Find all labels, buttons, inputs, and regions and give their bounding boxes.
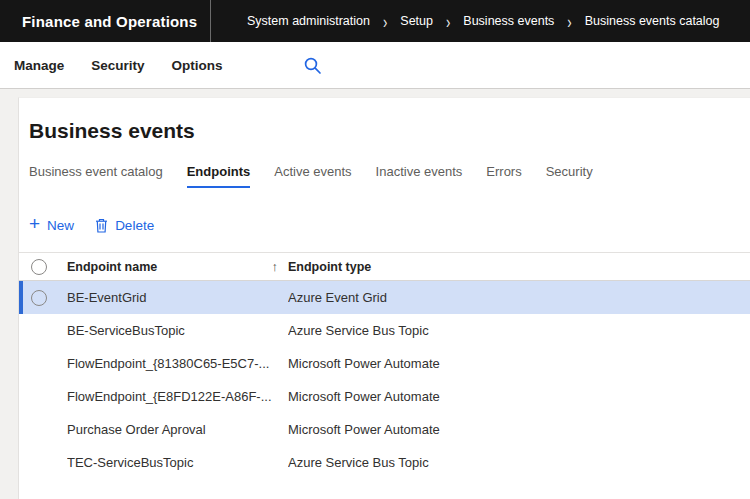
tab-inactive-events[interactable]: Inactive events: [376, 164, 463, 188]
menu-options[interactable]: Options: [170, 54, 225, 77]
cell-endpoint-type: Azure Service Bus Topic: [288, 323, 750, 338]
column-header-endpoint-name[interactable]: Endpoint name: [67, 260, 157, 274]
cell-endpoint-name: FlowEndpoint_{E8FD122E-A86F-...: [67, 389, 288, 404]
top-app-bar: Finance and Operations System administra…: [0, 0, 750, 42]
search-icon[interactable]: [303, 56, 322, 75]
cell-endpoint-name: BE-ServiceBusTopic: [67, 323, 288, 338]
app-title[interactable]: Finance and Operations: [0, 0, 211, 42]
delete-button-label: Delete: [115, 218, 154, 233]
new-button-label: New: [47, 218, 74, 233]
chevron-right-icon: ›: [567, 11, 571, 31]
table-row[interactable]: BE-EventGrid Azure Event Grid: [19, 281, 750, 314]
cell-endpoint-type: Microsoft Power Automate: [288, 356, 750, 371]
cell-endpoint-name: Purchase Order Aproval: [67, 422, 288, 437]
table-row[interactable]: FlowEndpoint_{E8FD122E-A86F-... Microsof…: [19, 380, 750, 413]
cell-endpoint-type: Azure Event Grid: [288, 290, 750, 305]
endpoints-grid: Endpoint name ↑ Endpoint type BE-EventGr…: [19, 252, 750, 479]
delete-button[interactable]: Delete: [95, 218, 154, 233]
action-menu-bar: Manage Security Options: [0, 42, 750, 89]
menu-manage[interactable]: Manage: [12, 54, 66, 77]
grid-header-row: Endpoint name ↑ Endpoint type: [19, 252, 750, 281]
page-title: Business events: [29, 119, 750, 143]
menu-security[interactable]: Security: [89, 54, 146, 77]
new-button[interactable]: + New: [29, 218, 74, 233]
chevron-right-icon: ›: [446, 11, 450, 31]
tab-errors[interactable]: Errors: [486, 164, 521, 188]
breadcrumb: System administration › Setup › Business…: [247, 0, 720, 42]
breadcrumb-item-setup[interactable]: Setup: [400, 14, 433, 28]
column-header-endpoint-type[interactable]: Endpoint type: [288, 260, 371, 274]
grid-body: BE-EventGrid Azure Event Grid BE-Service…: [19, 281, 750, 479]
table-row[interactable]: TEC-ServiceBusTopic Azure Service Bus To…: [19, 446, 750, 479]
tab-business-event-catalog[interactable]: Business event catalog: [29, 164, 163, 188]
tab-strip: Business event catalog Endpoints Active …: [29, 164, 750, 188]
row-checkbox[interactable]: [31, 290, 47, 306]
cell-endpoint-name: TEC-ServiceBusTopic: [67, 455, 288, 470]
table-row[interactable]: BE-ServiceBusTopic Azure Service Bus Top…: [19, 314, 750, 347]
select-all-checkbox[interactable]: [31, 259, 47, 275]
grid-toolbar: + New Delete: [29, 211, 750, 239]
breadcrumb-item-business-events-catalog[interactable]: Business events catalog: [585, 14, 720, 28]
table-row[interactable]: Purchase Order Aproval Microsoft Power A…: [19, 413, 750, 446]
chevron-right-icon: ›: [383, 11, 387, 31]
sort-ascending-icon[interactable]: ↑: [272, 259, 279, 274]
table-row[interactable]: FlowEndpoint_{81380C65-E5C7-... Microsof…: [19, 347, 750, 380]
cell-endpoint-name: BE-EventGrid: [67, 290, 288, 305]
plus-icon: +: [29, 217, 40, 231]
cell-endpoint-type: Microsoft Power Automate: [288, 422, 750, 437]
cell-endpoint-type: Microsoft Power Automate: [288, 389, 750, 404]
tab-security[interactable]: Security: [546, 164, 593, 188]
trash-icon: [95, 218, 108, 233]
cell-endpoint-type: Azure Service Bus Topic: [288, 455, 750, 470]
cell-endpoint-name: FlowEndpoint_{81380C65-E5C7-...: [67, 356, 288, 371]
tab-endpoints[interactable]: Endpoints: [187, 164, 251, 188]
breadcrumb-item-system-administration[interactable]: System administration: [247, 14, 370, 28]
tab-active-events[interactable]: Active events: [274, 164, 351, 188]
content-card: Business events Business event catalog E…: [18, 97, 750, 499]
breadcrumb-item-business-events[interactable]: Business events: [463, 14, 554, 28]
